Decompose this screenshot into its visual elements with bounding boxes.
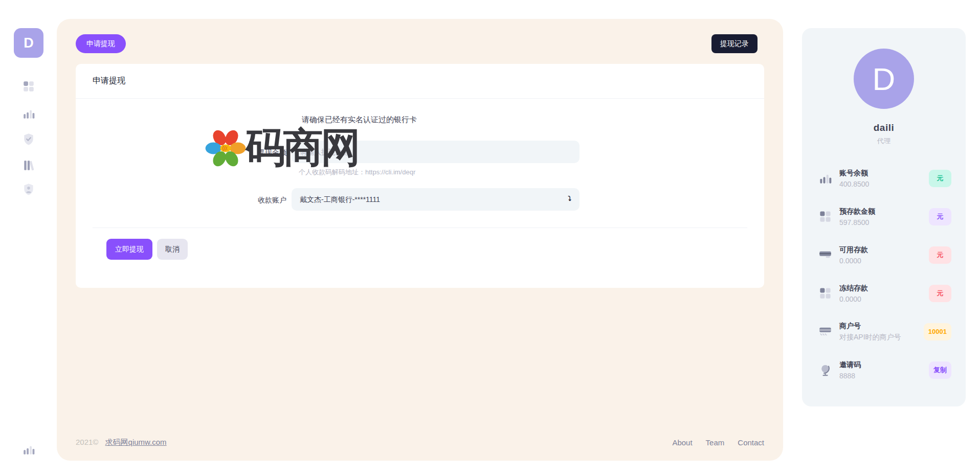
- profile-stat-list: 账号余额 400.8500 元 预存款金额 597.8500 元: [802, 159, 966, 389]
- currency-badge: 元: [929, 208, 951, 225]
- stat-label: 商户号: [839, 322, 924, 331]
- copy-invite-code-button[interactable]: 复制: [929, 361, 951, 379]
- footer: 2021© 求码网qiumw.com About Team Contact: [76, 438, 764, 447]
- shield-check-icon[interactable]: [22, 132, 35, 146]
- stat-label: 账号余额: [839, 169, 929, 178]
- bar-chart-icon[interactable]: [22, 443, 35, 456]
- profile-name: daili: [802, 122, 966, 133]
- card-title: 申请提现: [93, 76, 125, 86]
- stat-value: 597.8500: [839, 218, 929, 226]
- stat-value: 0.0000: [839, 295, 929, 303]
- cancel-button[interactable]: 取消: [157, 239, 188, 260]
- stat-row-invite-code: 邀请码 8888 复制: [802, 351, 966, 389]
- library-icon[interactable]: [22, 158, 35, 172]
- grid-icon[interactable]: [22, 80, 35, 93]
- footer-link-about[interactable]: About: [672, 438, 692, 447]
- stat-row-prepaid: 预存款金额 597.8500 元: [802, 197, 966, 236]
- footer-link-contact[interactable]: Contact: [738, 438, 764, 447]
- page: D: [0, 0, 980, 476]
- stat-row-frozen: 冻结存款 0.0000 元: [802, 274, 966, 312]
- account-label: 收款账户: [229, 196, 286, 205]
- withdraw-records-button[interactable]: 提现记录: [711, 34, 758, 53]
- profile-panel: D daili 代理 账号余额 400.8500 元: [802, 28, 966, 406]
- decode-link[interactable]: https://cli.im/deqr: [365, 168, 415, 176]
- submit-withdraw-button[interactable]: 立即提现: [106, 239, 152, 260]
- withdraw-form-card: 申请提现 请确保已经有实名认证过的银行卡 提现金额 个人收款码解码地址：http…: [76, 64, 764, 288]
- stat-label: 邀请码: [839, 360, 929, 370]
- amount-label: 提现金额: [229, 148, 286, 157]
- amount-input[interactable]: [292, 141, 580, 163]
- printer-icon: [818, 325, 832, 338]
- avatar: D: [854, 49, 914, 109]
- globe-icon: [818, 363, 832, 377]
- left-sidebar: D: [0, 0, 57, 476]
- stat-row-available: 可用存款 0.0000 元: [802, 236, 966, 274]
- form-divider: [93, 228, 747, 228]
- currency-badge: 元: [929, 285, 951, 302]
- footer-copyright: 2021© 求码网qiumw.com: [76, 438, 167, 447]
- card-header: 申请提现: [76, 64, 764, 99]
- profile-role: 代理: [802, 137, 966, 146]
- footer-links: About Team Contact: [672, 438, 764, 447]
- stat-label: 预存款金额: [839, 207, 929, 216]
- currency-badge: 元: [929, 170, 951, 187]
- stat-value: 400.8500: [839, 180, 929, 188]
- footer-site-link[interactable]: 求码网qiumw.com: [105, 438, 167, 446]
- bar-chart-icon[interactable]: [22, 107, 35, 120]
- bank-card-notice: 请确保已经有实名认证过的银行卡: [302, 115, 417, 125]
- footer-year: 2021©: [76, 438, 98, 446]
- stat-value: 8888: [839, 372, 929, 380]
- grid-icon: [818, 286, 832, 300]
- footer-link-team[interactable]: Team: [706, 438, 725, 447]
- stat-row-merchant-id: 商户号 对接API时的商户号 10001: [802, 312, 966, 351]
- currency-badge: 元: [929, 246, 951, 264]
- bar-chart-icon: [818, 171, 832, 185]
- helper-prefix: 个人收款码解码地址：: [299, 168, 365, 176]
- apply-withdraw-button[interactable]: 申请提现: [76, 34, 126, 53]
- account-select[interactable]: 戴文杰-工商银行-****1111: [292, 188, 580, 211]
- stat-value: 对接API时的商户号: [839, 333, 924, 342]
- grid-icon: [818, 210, 832, 223]
- stat-label: 冻结存款: [839, 284, 929, 293]
- shield-user-icon[interactable]: [22, 183, 35, 196]
- stat-label: 可用存款: [839, 245, 929, 255]
- credit-card-icon: [818, 248, 832, 262]
- merchant-id-badge: 10001: [924, 323, 951, 341]
- stat-row-balance: 账号余额 400.8500 元: [802, 159, 966, 197]
- account-select-wrap: 戴文杰-工商银行-****1111 ⤵: [292, 188, 580, 211]
- app-logo[interactable]: D: [14, 28, 43, 58]
- stat-value: 0.0000: [839, 257, 929, 265]
- decode-helper-text: 个人收款码解码地址：https://cli.im/deqr: [299, 168, 415, 177]
- main-content-panel: 申请提现 提现记录 申请提现 请确保已经有实名认证过的银行卡 提现金额 个人收款…: [57, 19, 783, 461]
